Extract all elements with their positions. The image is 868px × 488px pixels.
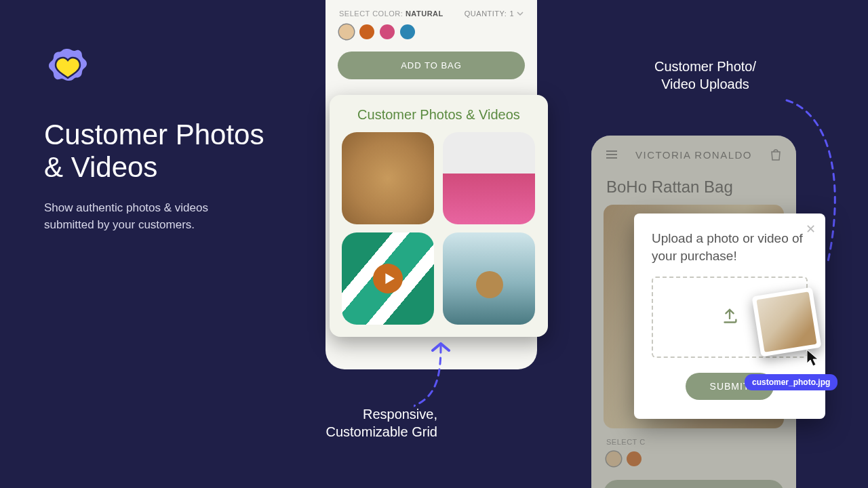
swatch-pink[interactable] (380, 24, 395, 39)
upload-modal-heading: Upload a photo or video of your purchase… (652, 230, 808, 264)
swatch-blue[interactable] (400, 24, 415, 39)
swatch-orange[interactable] (359, 24, 374, 39)
customer-photo-tile[interactable] (342, 132, 434, 224)
hero-title-line2: & Videos (44, 151, 157, 183)
caption-responsive-grid: Responsive,Customizable Grid (261, 405, 437, 441)
upload-icon (719, 307, 740, 327)
hero-title: Customer Photos & Videos (44, 119, 264, 184)
customer-media-widget: Customer Photos & Videos (330, 95, 548, 337)
customer-photo-tile[interactable] (443, 132, 535, 224)
quantity-selector[interactable]: QUANTITY: 1 (465, 9, 524, 18)
close-icon[interactable]: ✕ (806, 222, 816, 237)
chevron-down-icon (517, 10, 524, 17)
swatch-natural[interactable] (339, 24, 354, 39)
color-swatches (339, 24, 524, 39)
caption-upload: Customer Photo/Video Uploads (637, 58, 773, 93)
add-to-bag-button[interactable]: ADD TO BAG (338, 52, 525, 79)
customer-photo-tile[interactable] (443, 232, 535, 325)
hero-subtitle: Show authentic photos & videos submitted… (44, 200, 254, 233)
widget-title: Customer Photos & Videos (342, 107, 536, 123)
filename-chip: customer_photo.jpg (745, 374, 837, 390)
cursor-icon (806, 348, 822, 367)
hero-title-line1: Customer Photos (44, 119, 264, 150)
app-logo (47, 47, 88, 91)
select-color-label: SELECT COLOR: NATURAL (339, 9, 443, 18)
customer-video-tile[interactable] (342, 232, 434, 325)
dragged-thumbnail[interactable] (752, 287, 822, 357)
play-icon (373, 264, 403, 293)
